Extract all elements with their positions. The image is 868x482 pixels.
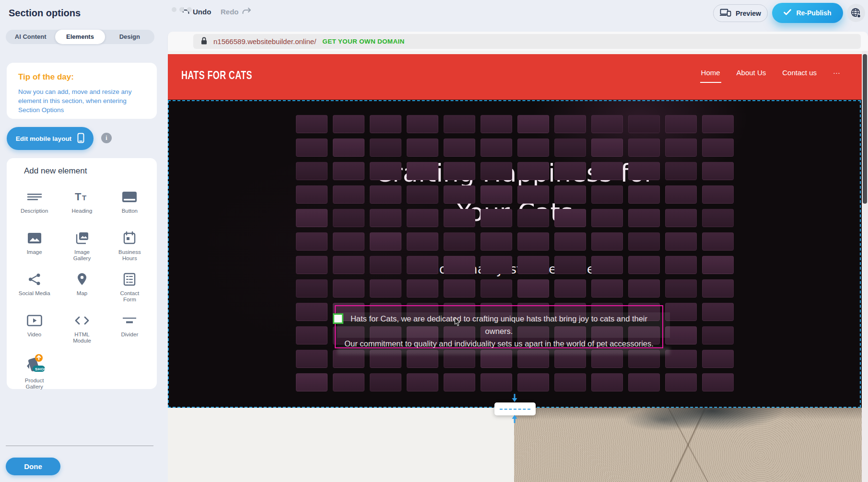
- hero-tile: [333, 209, 364, 227]
- add-element-divider[interactable]: Divider: [106, 310, 153, 351]
- scrollbar-thumb[interactable]: [863, 54, 867, 204]
- nav-about-us[interactable]: About Us: [737, 69, 766, 77]
- hero-tile: [517, 209, 549, 227]
- info-icon[interactable]: i: [101, 133, 112, 143]
- tab-design[interactable]: Design: [105, 30, 154, 44]
- hero-tile: [665, 373, 697, 391]
- business-hours-icon: [123, 230, 136, 246]
- hero-tile: [628, 256, 660, 274]
- add-element-image-gallery[interactable]: Image Gallery: [58, 227, 106, 268]
- hero-tile: [665, 279, 697, 298]
- hero-tile: [628, 279, 660, 298]
- preview-button[interactable]: Preview: [713, 4, 768, 22]
- hero-tile: [554, 162, 586, 180]
- hero-tile: [665, 162, 697, 180]
- hero-tile: [702, 256, 734, 274]
- hero-tile: [554, 115, 586, 133]
- hero-tile: [296, 115, 328, 133]
- html-module-icon: [75, 312, 89, 329]
- hero-tile: [333, 185, 364, 204]
- site-logo[interactable]: HATS FOR CATS: [181, 69, 252, 82]
- hero-tile: [481, 185, 512, 204]
- preview-scrollbar: [862, 51, 868, 482]
- nav-contact-us[interactable]: Contact us: [782, 69, 817, 77]
- add-element-video[interactable]: Video: [11, 310, 58, 351]
- republish-button[interactable]: Re-Publish: [772, 3, 843, 23]
- nav-more[interactable]: ···: [833, 69, 840, 77]
- hero-tile: [702, 185, 734, 204]
- address-bar: n1566589.websitebuilder.online/ GET YOUR…: [193, 34, 861, 49]
- mouse-cursor-icon: [454, 317, 461, 329]
- edit-mobile-label: Edit mobile layout: [16, 135, 71, 142]
- add-element-button[interactable]: Button: [106, 186, 153, 227]
- map-pin-icon: [77, 271, 87, 287]
- arrow-down-icon: [511, 394, 518, 405]
- hero-tile: [444, 232, 475, 251]
- check-icon: [784, 9, 791, 17]
- add-element-contact-form[interactable]: Contact Form: [106, 268, 153, 310]
- hero-tile: [333, 373, 364, 391]
- add-element-image[interactable]: Image: [11, 227, 58, 268]
- selected-text-element[interactable]: Hats for Cats, we are dedicated to craft…: [335, 305, 663, 348]
- element-drag-handle[interactable]: [333, 313, 343, 324]
- hero-tile: [702, 326, 734, 344]
- tab-ai-content[interactable]: AI Content: [6, 30, 55, 44]
- undo-label: Undo: [193, 8, 211, 16]
- hero-tile: [296, 138, 328, 157]
- hero-tile: [296, 279, 328, 298]
- hero-tile: [333, 162, 364, 180]
- hero-tile: [702, 138, 734, 157]
- add-element-social-media[interactable]: Social Media: [11, 268, 58, 310]
- hero-tile: [628, 232, 660, 251]
- hero-tile: [591, 209, 623, 227]
- svg-text:T: T: [75, 191, 82, 203]
- get-domain-link[interactable]: GET YOUR OWN DOMAIN: [322, 38, 404, 45]
- hero-tile: [517, 115, 549, 133]
- hero-tile: [444, 373, 475, 391]
- hero-tile: [407, 373, 438, 391]
- hero-tile: [370, 209, 401, 227]
- button-icon: [122, 189, 137, 205]
- social-media-icon: [28, 271, 41, 287]
- hero-tile: [481, 279, 512, 298]
- hero-tile: [370, 115, 401, 133]
- site-header: HATS FOR CATS Home About Us Contact us ·…: [168, 54, 862, 100]
- globe-button[interactable]: [847, 4, 865, 22]
- add-element-heading[interactable]: TT Heading: [58, 186, 106, 227]
- preview-label: Preview: [736, 10, 761, 17]
- element-grid: Description TT Heading Button Image Imag…: [11, 186, 153, 392]
- hero-tile: [628, 138, 660, 157]
- edit-mobile-layout-button[interactable]: Edit mobile layout: [7, 127, 94, 150]
- hero-tile: [296, 232, 328, 251]
- video-icon: [27, 312, 42, 329]
- hero-tile: [296, 185, 328, 204]
- tab-elements[interactable]: Elements: [55, 30, 105, 44]
- republish-label: Re-Publish: [796, 9, 831, 17]
- hero-tile: [370, 232, 401, 251]
- add-element-map[interactable]: Map: [58, 268, 106, 310]
- add-element-html-module[interactable]: HTML Module: [58, 310, 106, 351]
- done-button[interactable]: Done: [6, 458, 60, 475]
- nav-home[interactable]: Home: [701, 69, 720, 77]
- add-element-business-hours[interactable]: Business Hours: [106, 227, 153, 268]
- hero-section[interactable]: Crafting Happiness for Your Cats More th…: [168, 100, 862, 408]
- add-element-product-gallery[interactable]: SHOP Product Gallery: [11, 351, 58, 392]
- hero-tile: [481, 209, 512, 227]
- window-dot-2: [179, 7, 184, 12]
- phone-icon: [77, 133, 84, 145]
- hero-tile: [554, 232, 586, 251]
- app-window: Section options Undo Redo Preview Re-Pub…: [0, 0, 868, 482]
- site-url: n1566589.websitebuilder.online/: [213, 37, 316, 46]
- hero-tile: [407, 279, 438, 298]
- hero-tile: [370, 256, 401, 274]
- hero-tile: [481, 138, 512, 157]
- hero-tile: [296, 350, 328, 368]
- next-section-left: [168, 408, 514, 482]
- hero-tile: [333, 279, 364, 298]
- hero-tile: [591, 185, 623, 204]
- add-element-description[interactable]: Description: [11, 186, 58, 227]
- redo-button[interactable]: Redo: [219, 7, 253, 17]
- hero-tile: [407, 115, 438, 133]
- hero-tile: [407, 162, 438, 180]
- hero-tile: [517, 138, 549, 157]
